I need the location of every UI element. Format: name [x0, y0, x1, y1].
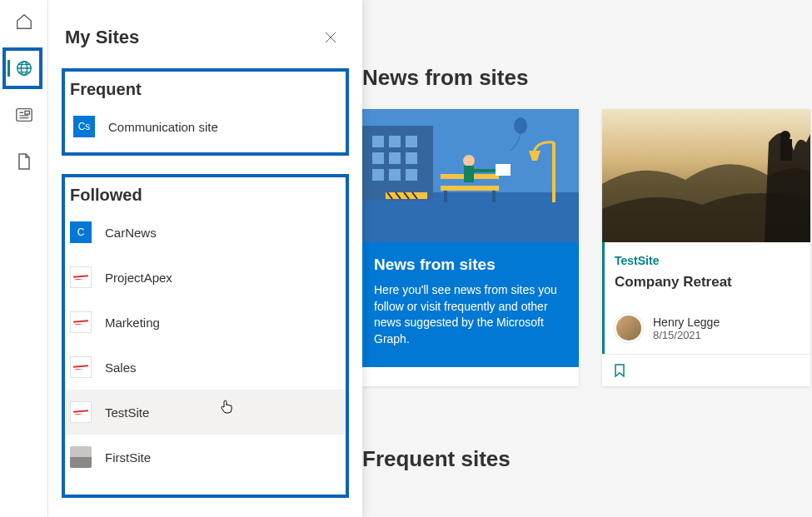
card-title: Company Retreat — [615, 274, 800, 291]
card-illustration — [362, 109, 579, 242]
card-image — [602, 109, 810, 242]
site-icon — [70, 266, 92, 288]
left-rail — [0, 0, 48, 517]
svg-point-21 — [463, 155, 475, 167]
news-icon[interactable] — [14, 105, 34, 125]
site-item-communication[interactable]: Cs Communication site — [68, 107, 342, 146]
frequent-sites-heading: Frequent sites — [362, 446, 812, 472]
svg-rect-3 — [24, 111, 28, 114]
followed-heading: Followed — [65, 184, 346, 210]
svg-rect-8 — [389, 136, 401, 147]
my-sites-flyout: My Sites Frequent Cs Communication site … — [48, 0, 362, 517]
site-icon: Cs — [73, 116, 95, 137]
followed-section: Followed C CarNews ProjectApex Marketing… — [62, 174, 349, 498]
site-label: TestSite — [105, 405, 149, 420]
site-icon — [70, 401, 92, 423]
svg-rect-12 — [406, 152, 417, 164]
site-item-sales[interactable]: Sales — [65, 345, 346, 390]
svg-rect-20 — [492, 191, 496, 202]
site-item-testsite[interactable]: TestSite — [65, 390, 346, 435]
site-icon — [70, 356, 92, 378]
svg-point-26 — [514, 117, 527, 134]
active-indicator — [7, 60, 10, 77]
site-label: Communication site — [108, 120, 218, 134]
site-icon — [70, 311, 92, 333]
flyout-title: My Sites — [65, 27, 139, 48]
main-content: News from sites — [362, 0, 812, 517]
svg-rect-9 — [406, 136, 417, 147]
svg-rect-7 — [372, 136, 384, 147]
card-description: Here you'll see news from sites you foll… — [374, 282, 567, 347]
svg-rect-25 — [552, 142, 555, 202]
site-label: FirstSite — [105, 450, 151, 465]
cursor-pointer-icon — [220, 400, 233, 415]
svg-rect-19 — [444, 191, 447, 202]
svg-rect-10 — [372, 152, 384, 164]
site-label: ProjectApex — [105, 271, 172, 285]
news-cards-row: News from sites Here you'll see news fro… — [362, 109, 812, 386]
svg-rect-14 — [389, 169, 401, 181]
news-card-company-retreat[interactable]: TestSite Company Retreat Henry Legge 8/1… — [602, 109, 810, 386]
publish-date: 8/15/2021 — [653, 329, 720, 341]
globe-icon[interactable] — [14, 58, 34, 78]
site-label: CarNews — [105, 226, 157, 240]
svg-rect-17 — [441, 186, 499, 191]
site-item-firstsite[interactable]: FirstSite — [65, 435, 346, 480]
svg-rect-24 — [496, 164, 511, 176]
author-avatar — [615, 314, 643, 342]
svg-rect-22 — [464, 166, 474, 182]
file-icon[interactable] — [14, 152, 34, 172]
site-item-marketing[interactable]: Marketing — [65, 300, 346, 345]
site-icon: C — [70, 221, 92, 243]
site-item-projectapex[interactable]: ProjectApex — [65, 255, 346, 300]
svg-rect-15 — [406, 169, 417, 181]
news-heading: News from sites — [362, 0, 812, 91]
site-item-carnews[interactable]: C CarNews — [65, 210, 346, 255]
site-label: Marketing — [105, 316, 160, 330]
card-site-name: TestSite — [615, 254, 800, 267]
frequent-heading: Frequent — [68, 78, 342, 107]
site-label: Sales — [105, 360, 137, 375]
card-title: News from sites — [374, 256, 567, 274]
svg-rect-11 — [389, 152, 401, 164]
news-placeholder-card[interactable]: News from sites Here you'll see news fro… — [362, 109, 579, 386]
svg-rect-29 — [780, 139, 792, 161]
bookmark-icon[interactable] — [614, 363, 799, 378]
site-icon — [70, 446, 92, 468]
svg-rect-13 — [372, 169, 384, 181]
close-icon[interactable] — [324, 31, 337, 44]
frequent-section: Frequent Cs Communication site — [62, 68, 349, 156]
author-name: Henry Legge — [653, 316, 720, 329]
home-icon[interactable] — [14, 12, 34, 32]
svg-rect-23 — [474, 169, 499, 172]
